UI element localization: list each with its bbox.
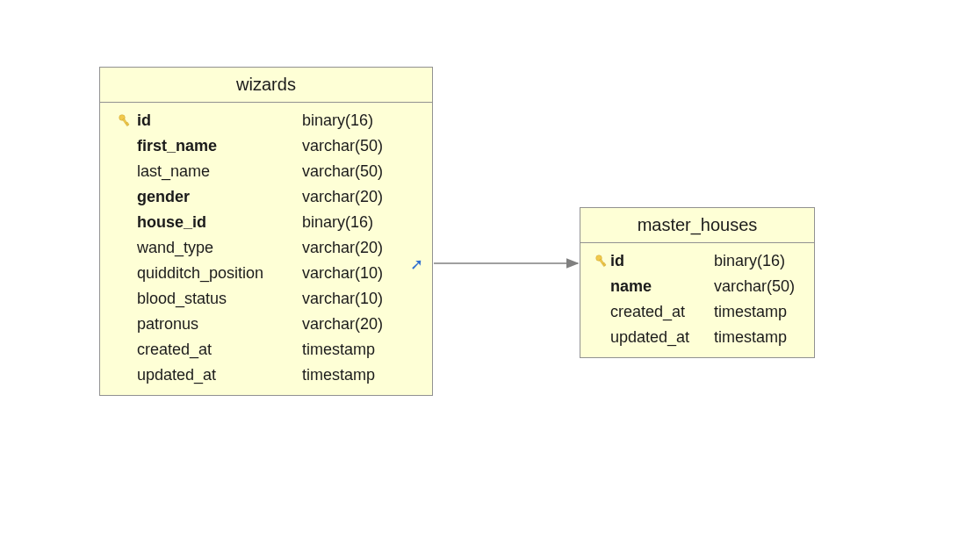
primary-key-icon (593, 253, 610, 270)
column-name: first_name (137, 137, 295, 155)
column-name: created_at (610, 303, 707, 321)
table-row: house_id binary(16) (112, 210, 420, 235)
column-name: gender (137, 188, 295, 206)
primary-key-icon (112, 112, 137, 130)
column-name: last_name (137, 162, 295, 181)
column-name: id (610, 252, 707, 270)
column-type: timestamp (714, 328, 802, 347)
table-row: created_at timestamp (112, 337, 420, 363)
column-name: id (137, 111, 295, 130)
column-type: varchar(20) (302, 315, 407, 334)
column-name: patronus (137, 315, 295, 334)
table-row: first_name varchar(50) (112, 133, 420, 159)
table-row: blood_status varchar(10) (112, 286, 420, 312)
column-name: created_at (137, 341, 295, 359)
table-row: name varchar(50) (593, 274, 802, 299)
column-type: varchar(50) (714, 277, 802, 296)
table-row: quidditch_position varchar(10) (112, 261, 420, 286)
table-rows-wizards: id binary(16) first_name varchar(50) las… (100, 103, 432, 395)
column-name: wand_type (137, 239, 295, 257)
table-row: wand_type varchar(20) (112, 235, 420, 261)
column-type: varchar(50) (302, 162, 407, 181)
table-row: last_name varchar(50) (112, 159, 420, 184)
column-type: binary(16) (714, 252, 802, 270)
column-type: varchar(50) (302, 137, 407, 155)
column-name: blood_status (137, 290, 295, 308)
column-name: quidditch_position (137, 264, 295, 283)
table-row: created_at timestamp (593, 299, 802, 325)
table-wizards: wizards id binary(16) first_name varchar… (99, 67, 433, 396)
table-master-houses: master_houses id binary(16) name varchar… (580, 207, 815, 358)
table-title-master-houses: master_houses (580, 208, 814, 243)
column-name: updated_at (137, 366, 295, 384)
table-row: updated_at timestamp (112, 363, 420, 388)
column-type: binary(16) (302, 213, 407, 232)
column-type: varchar(20) (302, 188, 407, 206)
table-rows-master-houses: id binary(16) name varchar(50) created_a… (580, 243, 814, 357)
column-type: binary(16) (302, 111, 407, 130)
table-row: patronus varchar(20) (112, 312, 420, 337)
table-row: id binary(16) (112, 108, 420, 133)
table-row: updated_at timestamp (593, 325, 802, 350)
column-type: timestamp (302, 341, 407, 359)
column-type: timestamp (302, 366, 407, 384)
table-row: id binary(16) (593, 248, 802, 274)
column-type: varchar(10) (302, 290, 407, 308)
column-type: timestamp (714, 303, 802, 321)
table-row: gender varchar(20) (112, 184, 420, 210)
column-type: varchar(10) (302, 264, 407, 283)
column-type: varchar(20) (302, 239, 407, 257)
foreign-key-icon: ➚ (410, 255, 423, 274)
column-name: name (610, 277, 707, 296)
column-name: house_id (137, 213, 295, 232)
table-title-wizards: wizards (100, 68, 432, 103)
column-name: updated_at (610, 328, 707, 347)
